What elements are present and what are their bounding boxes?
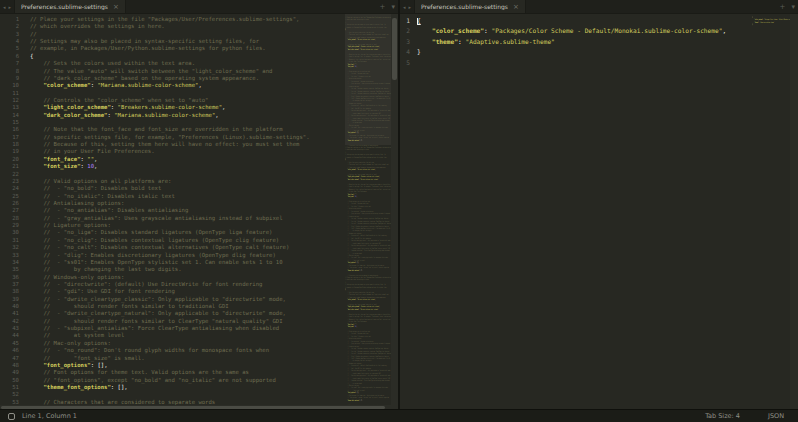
tab-close-icon[interactable]: × bbox=[513, 4, 519, 10]
horizontal-scrollbar-thumb[interactable] bbox=[1, 406, 385, 409]
vertical-scrollbar-right[interactable] bbox=[790, 14, 798, 409]
line-number[interactable]: 36 bbox=[0, 274, 19, 281]
line-number[interactable]: 7 bbox=[0, 60, 19, 67]
line-number[interactable]: 40 bbox=[0, 303, 19, 310]
line-number[interactable]: 48 bbox=[0, 362, 19, 369]
vertical-scrollbar-thumb[interactable] bbox=[392, 18, 397, 80]
line-number[interactable]: 41 bbox=[0, 310, 19, 317]
line-number[interactable]: 3 bbox=[0, 31, 19, 38]
line-number[interactable]: 28 bbox=[0, 215, 19, 222]
line-number[interactable]: 21 bbox=[0, 163, 19, 170]
line-number[interactable]: 18 bbox=[0, 141, 19, 148]
line-number[interactable]: 5 bbox=[0, 45, 19, 52]
code-line: // which overrides the settings in here. bbox=[30, 23, 345, 30]
new-tab-icon[interactable]: + bbox=[377, 0, 389, 13]
new-tab-icon[interactable]: + bbox=[777, 0, 789, 13]
line-number[interactable]: 44 bbox=[0, 332, 19, 339]
code-line: // should render fonts similar to tradit… bbox=[30, 303, 345, 310]
line-number[interactable]: 16 bbox=[0, 126, 19, 133]
line-number[interactable]: 42 bbox=[0, 318, 19, 325]
line-number[interactable]: 14 bbox=[0, 112, 19, 119]
line-number[interactable]: 23 bbox=[0, 178, 19, 185]
line-number[interactable]: 46 bbox=[0, 347, 19, 354]
line-number[interactable]: 33 bbox=[0, 252, 19, 259]
line-number[interactable]: 39 bbox=[0, 296, 19, 303]
line-number[interactable]: 19 bbox=[0, 148, 19, 155]
line-number[interactable]: 20 bbox=[0, 156, 19, 163]
code-line: // by changing the last two digits. bbox=[30, 266, 345, 273]
line-number[interactable]: 5 bbox=[400, 58, 410, 68]
tab-close-icon[interactable]: × bbox=[113, 4, 119, 10]
line-number[interactable]: 45 bbox=[0, 340, 19, 347]
line-number[interactable]: 8 bbox=[0, 68, 19, 75]
line-number[interactable]: 37 bbox=[0, 281, 19, 288]
status-indicator-icon[interactable] bbox=[8, 413, 15, 420]
line-number[interactable]: 32 bbox=[0, 244, 19, 251]
line-number[interactable]: 17 bbox=[0, 134, 19, 141]
line-number[interactable]: 27 bbox=[0, 207, 19, 214]
code-line: // should render fonts similar to ClearT… bbox=[30, 318, 345, 325]
line-number[interactable]: 10 bbox=[0, 82, 19, 89]
line-number[interactable]: 15 bbox=[0, 119, 19, 126]
gutter-left[interactable]: 1234567891011121314151617181920212223242… bbox=[0, 14, 22, 405]
tab-preferences-left[interactable]: Preferences.sublime-settings × bbox=[14, 0, 126, 13]
minimap-right[interactable]: { "color_scheme": "Packages/Color Scheme… bbox=[752, 14, 790, 409]
line-number[interactable]: 3 bbox=[400, 37, 410, 47]
code-line: "light_color_scheme": "Breakers.sublime-… bbox=[30, 104, 345, 111]
line-number[interactable]: 43 bbox=[0, 325, 19, 332]
code-line: // specific settings file, for example, … bbox=[30, 134, 345, 141]
line-number[interactable]: 2 bbox=[400, 26, 410, 36]
line-number[interactable]: 30 bbox=[0, 229, 19, 236]
line-number[interactable]: 9 bbox=[0, 75, 19, 82]
tab-size-status[interactable]: Tab Size: 4 bbox=[705, 412, 740, 420]
line-number[interactable]: 1 bbox=[0, 16, 19, 23]
gutter-right[interactable]: 12345 bbox=[400, 14, 414, 409]
line-number[interactable]: 51 bbox=[0, 384, 19, 391]
line-number[interactable]: 12 bbox=[0, 97, 19, 104]
code-area-left[interactable]: // Place your settings in the file "Pack… bbox=[22, 14, 345, 405]
line-number[interactable]: 13 bbox=[0, 104, 19, 111]
line-number[interactable]: 38 bbox=[0, 288, 19, 295]
line-number[interactable]: 49 bbox=[0, 369, 19, 376]
tab-preferences-right[interactable]: Preferences.sublime-settings × bbox=[414, 0, 526, 13]
horizontal-scrollbar-left[interactable] bbox=[0, 405, 398, 409]
line-number[interactable]: 25 bbox=[0, 193, 19, 200]
line-number[interactable]: 24 bbox=[0, 185, 19, 192]
line-number[interactable]: 4 bbox=[400, 47, 410, 57]
code-line: // - "gray_antialias": Uses grayscale an… bbox=[30, 215, 345, 222]
code-line: // - "subpixel_antialias": Force ClearTy… bbox=[30, 325, 345, 332]
code-line: // - "no_liga": Disables standard ligatu… bbox=[30, 229, 345, 236]
code-area-right[interactable]: { "color_scheme": "Packages/Color Scheme… bbox=[414, 14, 752, 409]
line-number[interactable]: 4 bbox=[0, 38, 19, 45]
line-number[interactable]: 31 bbox=[0, 237, 19, 244]
vertical-scrollbar-left[interactable] bbox=[391, 14, 398, 405]
line-number[interactable]: 22 bbox=[0, 171, 19, 178]
line-number[interactable]: 11 bbox=[0, 90, 19, 97]
line-number[interactable]: 47 bbox=[0, 355, 19, 362]
minimap-text: // Place your settings in the file "Pack… bbox=[345, 14, 391, 405]
syntax-status[interactable]: JSON bbox=[768, 412, 784, 420]
line-number[interactable]: 6 bbox=[0, 53, 19, 60]
cursor-position-status[interactable]: Line 1, Column 1 bbox=[22, 412, 77, 420]
line-number[interactable]: 29 bbox=[0, 222, 19, 229]
code-line: "theme_font_options": [], bbox=[30, 384, 345, 391]
code-line: // - "dwrite_cleartype_classic": Only ap… bbox=[30, 296, 345, 303]
minimap-left[interactable]: // Place your settings in the file "Pack… bbox=[345, 14, 391, 405]
code-line bbox=[30, 119, 345, 126]
line-number[interactable]: 34 bbox=[0, 259, 19, 266]
code-line: "color_scheme": "Packages/Color Scheme -… bbox=[417, 26, 752, 36]
line-number[interactable]: 52 bbox=[0, 391, 19, 398]
tab-overflow-icon[interactable]: ▾ bbox=[388, 0, 398, 13]
tab-scroll-left-icon[interactable]: ◂ bbox=[3, 4, 6, 10]
line-number[interactable]: 50 bbox=[0, 377, 19, 384]
tabbar-spacer bbox=[526, 0, 777, 13]
line-number[interactable]: 2 bbox=[0, 23, 19, 30]
line-number[interactable]: 35 bbox=[0, 266, 19, 273]
tab-scroll-right-icon[interactable]: ▸ bbox=[409, 4, 412, 10]
line-number[interactable]: 1 bbox=[400, 16, 410, 26]
line-number[interactable]: 26 bbox=[0, 200, 19, 207]
tab-scroll-left-icon[interactable]: ◂ bbox=[403, 4, 406, 10]
code-line: // "dark_color_scheme" based on the oper… bbox=[30, 75, 345, 82]
tab-scroll-right-icon[interactable]: ▸ bbox=[9, 4, 12, 10]
tab-overflow-icon[interactable]: ▾ bbox=[788, 0, 798, 13]
